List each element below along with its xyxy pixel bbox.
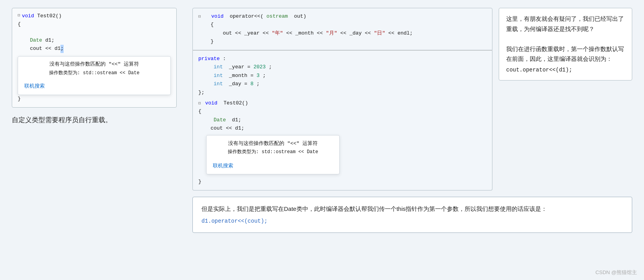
error-popup-left: 没有与这些操作数匹配的 "<<" 运算符 操作数类型为: std::ostrea… [18,56,171,95]
left-panel: ⊟ void Test02 () { Date d1; cout << d1 ; [12,8,177,124]
right-upper-section: ⊟ void operator<<( ostream out) { out <<… [192,8,632,190]
annotation-text: 这里，有朋友就会有疑问了，我们已经写出了重载，为何编译器还是找不到呢？ 我们在进… [506,14,625,64]
error-popup-right: 没有与这些操作数匹配的 "<<" 运算符 操作数类型为: std::ostrea… [206,135,340,175]
line-indicator: ⊟ [18,12,20,19]
error-sub: 操作数类型为: std::ostream << Date [24,70,164,77]
code-line: Date d1; [198,116,487,124]
right-code-area: ⊟ void operator<<( ostream out) { out <<… [192,8,492,190]
code-line: { [198,107,487,115]
code-line: ⊟ void operator<<( ostream out) [198,12,487,20]
code-line: { [198,20,487,29]
code-line: ⊟ void Test02() [198,99,487,107]
bottom-code-inline: d1.operator<<(cout); [201,216,623,226]
search-link-left[interactable]: 联机搜索 [24,83,45,89]
watermark: CSDN @熊猫馆主 [595,269,637,276]
annotation-code-inline: cout.operator<<(d1); [506,66,625,75]
code-line: out << _year << "年" << _month << "月" << … [198,29,487,37]
page-container: ⊟ void Test02 () { Date d1; cout << d1 ; [0,0,644,280]
code-line: Date d1; [18,37,171,45]
right-panel: ⊟ void operator<<( ostream out) { out <<… [192,8,632,233]
code-line: int _month = 3 ; [198,71,487,80]
code-line: cout << d1 ; [18,45,171,53]
code-line: } [198,178,487,186]
code-line [18,29,171,37]
code-line: { [18,20,171,29]
left-code-block: ⊟ void Test02 () { Date d1; cout << d1 ; [12,8,177,108]
keyword-void: void [22,12,34,20]
code-line: }; [198,88,487,97]
bottom-annotation: 但是实际上，我们是把重载写在Date类中，此时编译器会默认帮我们传一个this指… [192,197,632,233]
bottom-annotation-text: 但是实际上，我们是把重载写在Date类中，此时编译器会默认帮我们传一个this指… [201,203,623,214]
error-sub-right: 操作数类型为: std::ostream << Date [213,148,333,156]
annotation-top-right: 这里，有朋友就会有疑问了，我们已经写出了重载，为何编译器还是找不到呢？ 我们在进… [499,8,632,81]
caption-text: 自定义类型需要程序员自行重载。 [12,115,177,124]
type-date: Date [30,37,42,45]
code-line: int _year = 2023 ; [198,63,487,71]
code-line: } [198,37,487,46]
code-line: int _day = 8 ; [198,80,487,88]
upper-code-block: ⊟ void operator<<( ostream out) { out <<… [192,8,492,50]
fn-name: Test02 [37,12,56,20]
private-code-block: private : int _year = 2023 ; int _m [192,51,492,190]
error-title-right: 没有与这些操作数匹配的 "<<" 运算符 [213,139,333,148]
search-link-right[interactable]: 联机搜索 [213,163,233,169]
code-line: cout << d1; [198,124,487,132]
error-title: 没有与这些操作数匹配的 "<<" 运算符 [24,60,164,69]
code-line: } [18,95,171,103]
code-line: private : [198,55,487,63]
code-line: ⊟ void Test02 () [18,12,171,20]
